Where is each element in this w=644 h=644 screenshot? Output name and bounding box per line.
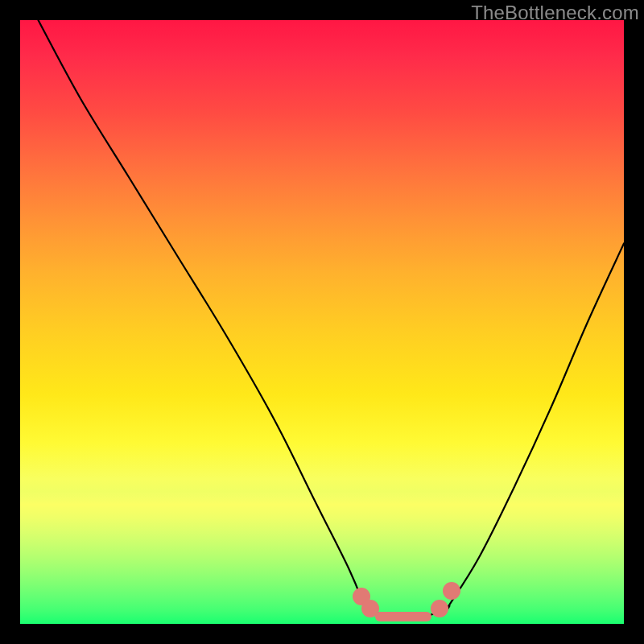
valley-marker	[443, 582, 460, 600]
chart-frame: TheBottleneck.com	[0, 0, 644, 644]
plot-area	[20, 20, 624, 624]
valley-marker	[375, 612, 431, 621]
gradient-floor-bands	[20, 491, 624, 624]
watermark-text: TheBottleneck.com	[471, 2, 639, 24]
valley-marker	[431, 600, 448, 617]
